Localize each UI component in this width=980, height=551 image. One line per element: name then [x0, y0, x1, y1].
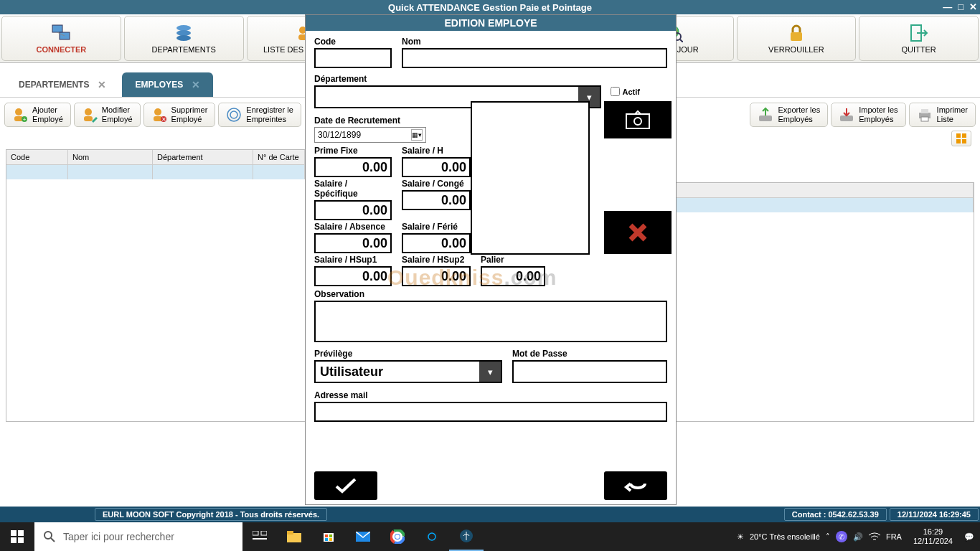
search-placeholder: Taper ici pour rechercher [63, 531, 174, 542]
verrouiller-button[interactable]: VERROUILLER [737, 16, 857, 61]
actif-input[interactable] [611, 87, 620, 96]
viber-icon[interactable]: ✆ [836, 531, 847, 542]
tray-chevron-icon[interactable]: ˄ [826, 532, 830, 542]
cancel-button[interactable] [604, 471, 667, 500]
connecter-button[interactable]: CONNECTER [1, 16, 121, 61]
clock-time: 16:29 [913, 527, 953, 537]
nom-label: Nom [402, 37, 667, 47]
search-icon [43, 530, 56, 543]
imprimer-liste-button[interactable]: ImprimerListe [909, 103, 976, 127]
privilege-select[interactable]: Utilisateur ▾ [314, 360, 502, 383]
tab-employes[interactable]: EMPLOYES ✕ [122, 72, 213, 97]
col-carte[interactable]: N° de Carte [253, 150, 305, 164]
observation-input[interactable] [314, 301, 667, 342]
salaire-specifique-input[interactable] [314, 200, 392, 220]
grid-view-toggle-button[interactable] [951, 131, 971, 146]
exporter-employes-button[interactable]: Exporter lesEmployés [750, 103, 828, 127]
quitter-label: QUITTER [901, 45, 936, 54]
mot-de-passe-label: Mot de Passe [512, 349, 667, 359]
svg-rect-54 [261, 531, 267, 535]
svg-rect-61 [325, 538, 328, 541]
actif-label: Actif [623, 88, 640, 96]
tab-label: DEPARTEMENTS [19, 80, 89, 90]
tab-departements[interactable]: DEPARTEMENTS ✕ [6, 72, 119, 97]
privilege-label: Prévilège [314, 349, 502, 359]
weather-icon[interactable]: ☀ [737, 532, 744, 542]
code-label: Code [314, 37, 392, 47]
ms-store-icon[interactable] [311, 522, 346, 551]
weather-text[interactable]: 20°C Très ensoleillé [750, 532, 820, 541]
supprimer-employe-button[interactable]: ✕SupprimerEmployé [143, 103, 216, 127]
maximize-icon[interactable]: □ [958, 1, 963, 12]
prime-fixe-input[interactable] [314, 157, 392, 177]
departements-label: DEPARTEMENTS [151, 45, 215, 54]
col-departement[interactable]: Département [153, 150, 253, 164]
check-icon [334, 477, 358, 494]
upload-photo-button[interactable] [604, 101, 672, 138]
salaire-hsup1-input[interactable] [314, 266, 392, 286]
chrome-icon[interactable] [380, 522, 415, 551]
btn-line2: Employé [171, 115, 208, 124]
language-indicator[interactable]: FRA [886, 532, 902, 541]
current-app-icon[interactable] [449, 522, 484, 551]
btn-line1: Modifier [102, 105, 133, 115]
salaire-hsup2-label: Salaire / HSup2 [402, 255, 471, 265]
title-bar: Quick ATTENDANCE Gestion Paie et Pointag… [0, 0, 980, 14]
col-nom[interactable]: Nom [68, 150, 153, 164]
grid-row[interactable] [6, 165, 305, 179]
btn-line1: Impoter les [859, 105, 897, 115]
salaire-absence-input[interactable] [314, 233, 392, 253]
minimize-icon[interactable]: — [943, 1, 952, 12]
salaire-conge-input[interactable] [402, 190, 471, 210]
nom-input[interactable] [402, 48, 667, 68]
file-explorer-icon[interactable] [277, 522, 311, 551]
btn-line2: Liste [937, 115, 968, 124]
svg-rect-17 [791, 32, 802, 41]
wifi-icon[interactable] [869, 532, 880, 541]
svg-rect-47 [11, 530, 17, 536]
taskbar-search[interactable]: Taper ici pour rechercher [34, 522, 242, 551]
svg-rect-48 [18, 530, 24, 536]
departements-button[interactable]: DEPARTEMENTS [124, 16, 244, 61]
taskbar-clock[interactable]: 16:29 12/11/2024 [908, 527, 958, 546]
volume-icon[interactable]: 🔊 [853, 532, 863, 542]
actif-checkbox[interactable]: Actif [611, 87, 640, 96]
adresse-mail-input[interactable] [314, 402, 667, 422]
close-icon[interactable]: ✕ [969, 1, 977, 12]
quitter-button[interactable]: QUITTER [859, 16, 979, 61]
ajouter-employe-button[interactable]: +AjouterEmployé [4, 103, 71, 127]
delete-photo-button[interactable] [604, 211, 672, 254]
svg-point-4 [176, 30, 191, 36]
col-code[interactable]: Code [6, 150, 68, 164]
salaire-hsup2-input[interactable] [402, 266, 471, 286]
svg-rect-24 [84, 116, 93, 121]
modifier-employe-button[interactable]: ModifierEmployé [74, 103, 141, 127]
salaire-ferie-input[interactable] [402, 233, 471, 253]
salaire-h-input[interactable] [402, 157, 471, 177]
svg-rect-35 [921, 117, 928, 121]
user-del-icon: ✕ [151, 107, 167, 123]
btn-line1: Enregistrer le [246, 105, 293, 115]
importer-employes-button[interactable]: Impoter lesEmployés [831, 103, 905, 127]
svg-rect-39 [962, 139, 966, 143]
mot-de-passe-input[interactable] [512, 360, 667, 383]
svg-rect-34 [921, 109, 928, 113]
confirm-button[interactable] [314, 471, 377, 500]
start-button[interactable] [0, 522, 34, 551]
close-tab-icon[interactable]: ✕ [98, 79, 106, 90]
svg-rect-31 [759, 116, 772, 121]
palier-input[interactable] [481, 266, 545, 286]
prime-fixe-label: Prime Fixe [314, 146, 392, 156]
mail-icon[interactable] [346, 522, 380, 551]
code-input[interactable] [314, 48, 392, 68]
svg-point-23 [85, 108, 92, 116]
app-title: Quick ATTENDANCE Gestion Paie et Pointag… [388, 2, 592, 13]
salaire-absence-label: Salaire / Absence [314, 222, 392, 232]
close-tab-icon[interactable]: ✕ [192, 79, 200, 90]
notifications-icon[interactable]: 💬 [964, 532, 974, 542]
app-icon[interactable] [415, 522, 449, 551]
employes-grid[interactable]: Code Nom Département N° de Carte [6, 149, 306, 422]
task-view-icon[interactable] [242, 522, 277, 551]
enregistrer-empreintes-button[interactable]: Enregistrer leEmpreintes [218, 103, 301, 127]
date-recrutement-input[interactable]: 30/12/1899 ▦▾ [314, 127, 426, 143]
